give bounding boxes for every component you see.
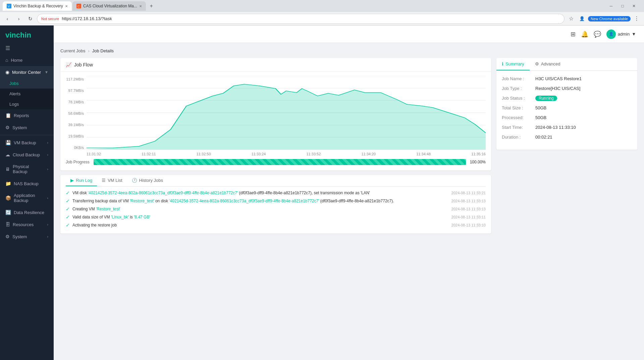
tab2-favicon: C — [76, 4, 81, 8]
log-text-1: Transferring backup data of VM 'Restore_… — [72, 198, 449, 204]
sidebar-label-home: Home — [11, 58, 22, 63]
bell-icon[interactable]: 🔔 — [581, 31, 588, 38]
chrome-update-badge[interactable]: New Chrome available — [588, 16, 631, 21]
forward-btn[interactable]: › — [14, 14, 23, 23]
summary-row-processed: Processed: 50GB — [502, 115, 632, 120]
check-icon-1: ✓ — [66, 198, 70, 204]
summary-key-jobtype: Job Type : — [502, 86, 535, 91]
summary-val-jobtype: Restore[H3C UIS/CAS] — [535, 86, 632, 91]
main-content: ⊞ 🔔 💬 👤 admin ▼ Current Jobs › Job Detai… — [54, 25, 644, 360]
tab-advanced-label: Advanced — [541, 61, 560, 66]
browser-chrome: V Vinchin Backup & Recovery ✕ C CAS Clou… — [0, 0, 644, 25]
close-btn[interactable]: ✕ — [629, 1, 639, 11]
progress-row: Job Progress 100.00% — [66, 159, 486, 165]
tab-vm-list[interactable]: ☰ VM List — [97, 175, 127, 186]
sidebar-item-logs[interactable]: Logs — [0, 99, 54, 109]
breadcrumb: Current Jobs › Job Details — [60, 48, 637, 53]
y-label-1: 97.7MB/s — [68, 89, 84, 93]
x-axis: 11:31:32 11:32:11 11:32:50 11:33:24 11:3… — [87, 152, 486, 156]
tab-run-log[interactable]: ▶ Run Log — [66, 175, 97, 186]
chat-icon[interactable]: 💬 — [594, 31, 601, 38]
y-label-4: 39.1MB/s — [68, 123, 84, 127]
progress-bar-fill — [94, 159, 466, 165]
log-tabs-row: ▶ Run Log ☰ VM List 🕐 History Jobs — [66, 175, 486, 187]
log-card: ▶ Run Log ☰ VM List 🕐 History Jobs — [60, 175, 491, 234]
log-link-disk1[interactable]: '4021425d-3572-4eea-802a-86061c3cc73a_df… — [169, 199, 319, 203]
log-link-disk[interactable]: '4021425d-3572-4eea-802a-86061c3cc73a_df… — [88, 191, 238, 195]
sidebar-item-nas-backup[interactable]: 📁 NAS Backup — [0, 177, 54, 190]
minimize-btn[interactable]: ─ — [606, 1, 616, 11]
user-label: admin — [618, 32, 630, 37]
grid-icon[interactable]: ⊞ — [571, 31, 576, 38]
x-label-0: 11:31:32 — [87, 152, 101, 156]
chart-area: 117.2MB/s 97.7MB/s 78.1MB/s 58.6MB/s 39.… — [66, 76, 486, 156]
log-time-0: 2024-08-13 11:33:21 — [451, 191, 486, 195]
x-label-5: 11:34:20 — [361, 152, 376, 156]
log-text-3: Valid data size of VM 'Linux_bk' is '8.4… — [72, 214, 449, 220]
logo-text: vinchin — [5, 31, 31, 39]
sidebar-item-alerts[interactable]: Alerts — [0, 89, 54, 99]
sidebar-item-data-resilience[interactable]: 🔄 Data Resilience — [0, 206, 54, 218]
sidebar-item-system-top[interactable]: ⚙ System — [0, 121, 54, 134]
sidebar-label-reports: Reports — [14, 113, 29, 118]
sidebar-item-jobs[interactable]: Jobs — [0, 78, 54, 89]
reload-btn[interactable]: ↻ — [25, 14, 35, 23]
tab-vm-list-label: VM List — [108, 178, 122, 183]
bookmark-btn[interactable]: ☆ — [567, 14, 576, 23]
maximize-btn[interactable]: □ — [618, 1, 627, 11]
tab-summary[interactable]: ℹ Summary — [496, 58, 530, 70]
system-bottom-icon: ⚙ — [5, 234, 10, 239]
sidebar-item-reports[interactable]: 📋 Reports — [0, 109, 54, 121]
y-label-5: 19.5MB/s — [68, 134, 84, 138]
avatar: 👤 — [606, 30, 616, 39]
tab2-label: CAS Cloud Virtualization Ma... — [83, 4, 137, 8]
log-link-vm2[interactable]: 'Restore_test' — [96, 207, 120, 211]
tab-advanced[interactable]: ⚙ Advanced — [530, 58, 566, 70]
breadcrumb-parent[interactable]: Current Jobs — [60, 48, 85, 53]
sidebar-item-resources[interactable]: 🗄 Resources › — [0, 218, 54, 230]
sidebar-item-monitor-center[interactable]: ◉ Monitor Center ▼ — [0, 66, 54, 78]
new-tab-btn[interactable]: + — [147, 1, 156, 11]
chevron-right-icon-cloud: › — [47, 153, 48, 157]
secure-indicator: Not secure — [41, 17, 59, 21]
sidebar: vinchin ☰ ⌂ Home ◉ Monitor Center ▼ Jobs… — [0, 25, 54, 360]
inactive-tab[interactable]: C CAS Cloud Virtualization Ma... ✕ — [72, 1, 146, 11]
sidebar-label-alerts: Alerts — [9, 91, 20, 96]
sidebar-label-nas-backup: NAS Backup — [14, 181, 39, 186]
tab-favicon: V — [7, 4, 11, 8]
top-header: ⊞ 🔔 💬 👤 admin ▼ — [54, 25, 644, 43]
more-btn[interactable]: ⋮ — [632, 14, 641, 23]
address-bar[interactable]: Not secure https://172.18.16.13/?task — [37, 14, 565, 24]
tab-close-btn[interactable]: ✕ — [65, 4, 68, 8]
sidebar-item-system-bottom[interactable]: ⚙ System › — [0, 230, 54, 243]
back-btn[interactable]: ‹ — [3, 14, 12, 23]
summary-key-jobstatus: Job Status : — [502, 96, 535, 101]
app-backup-inner: 📦 Application Backup — [5, 193, 44, 203]
chevron-right-icon-app: › — [47, 196, 48, 200]
tab2-close-btn[interactable]: ✕ — [139, 4, 142, 8]
tab-run-log-label: Run Log — [76, 178, 92, 183]
run-log-icon: ▶ — [70, 178, 74, 183]
sidebar-item-vm-backup[interactable]: 💾 VM Backup › — [0, 137, 54, 149]
log-link-vm1[interactable]: 'Restore_test' — [130, 199, 154, 203]
sidebar-item-home[interactable]: ⌂ Home — [0, 54, 54, 66]
sidebar-label-physical-backup: Physical Backup — [13, 164, 44, 174]
chart-svg-container: 11:31:32 11:32:11 11:32:50 11:33:24 11:3… — [87, 76, 486, 156]
sidebar-sub-monitor: Jobs Alerts Logs — [0, 78, 54, 109]
log-entry-2: ✓ Creating VM 'Restore_test' 2024-08-13 … — [66, 206, 486, 212]
summary-key-processed: Processed: — [502, 115, 535, 120]
x-label-7: 11:35:16 — [471, 152, 486, 156]
sidebar-item-application-backup[interactable]: 📦 Application Backup › — [0, 190, 54, 206]
svg-marker-11 — [87, 84, 486, 150]
menu-toggle[interactable]: ☰ — [0, 44, 54, 54]
active-tab[interactable]: V Vinchin Backup & Recovery ✕ — [3, 1, 72, 11]
data-resilience-icon: 🔄 — [5, 210, 11, 215]
log-link-vm3[interactable]: 'Linux_bk' — [111, 215, 129, 219]
tab-history-jobs[interactable]: 🕐 History Jobs — [127, 175, 168, 186]
sidebar-logo: vinchin — [0, 25, 54, 44]
user-menu[interactable]: 👤 admin ▼ — [606, 30, 636, 39]
sidebar-item-physical-backup[interactable]: 🖥 Physical Backup › — [0, 161, 54, 177]
profile-btn[interactable]: 👤 — [577, 14, 587, 23]
sidebar-item-cloud-backup[interactable]: ☁ Cloud Backup › — [0, 149, 54, 161]
summary-val-jobstatus: Running — [535, 96, 632, 101]
